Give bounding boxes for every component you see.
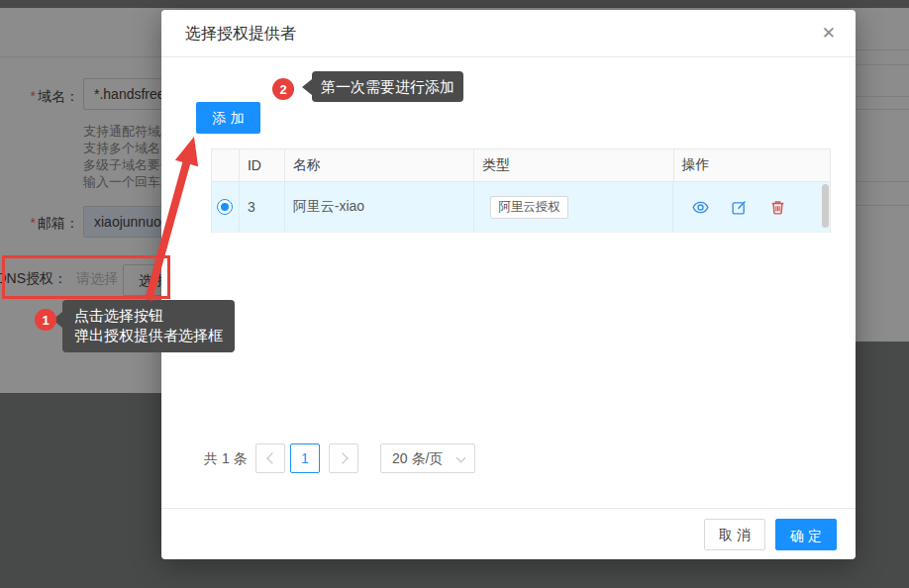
table-header-row: ID 名称 类型 操作 bbox=[212, 149, 830, 182]
column-header-name: 名称 bbox=[285, 149, 474, 181]
dialog-header: 选择授权提供者 ✕ bbox=[161, 10, 856, 57]
radio-dot bbox=[221, 203, 229, 211]
screenshot-stage: *域名： *.handsfree 支持通配符域名 支持多个域名、 多级子域名要分… bbox=[0, 0, 909, 588]
edit-icon[interactable] bbox=[731, 199, 748, 216]
row-name-cell: 阿里云-xiao bbox=[285, 182, 474, 232]
view-icon[interactable] bbox=[692, 199, 709, 216]
type-tag: 阿里云授权 bbox=[490, 196, 568, 219]
column-header-actions: 操作 bbox=[674, 149, 830, 181]
pagination-total: 共 1 条 bbox=[204, 443, 248, 473]
provider-table: ID 名称 类型 操作 3 阿里云-xiao 阿里云授权 bbox=[211, 148, 831, 233]
page-size-select[interactable]: 20 条/页 bbox=[380, 443, 475, 473]
pagination-prev-button[interactable] bbox=[255, 443, 285, 473]
step1-line1: 点击选择按钮 bbox=[74, 306, 223, 326]
column-header-type: 类型 bbox=[474, 149, 673, 181]
radio-selected[interactable] bbox=[217, 199, 233, 215]
dialog-footer: 取 消 确 定 bbox=[161, 508, 856, 559]
tooltip-arrow-left bbox=[302, 79, 312, 95]
row-id-cell: 3 bbox=[240, 182, 285, 232]
cancel-button[interactable]: 取 消 bbox=[704, 519, 765, 550]
step1-badge: 1 bbox=[35, 309, 56, 331]
pagination-next-button[interactable] bbox=[329, 443, 358, 473]
annotation-highlight-rect bbox=[2, 255, 170, 299]
dialog-title: 选择授权提供者 bbox=[185, 24, 296, 45]
close-icon[interactable]: ✕ bbox=[822, 24, 836, 44]
chevron-left-icon bbox=[266, 452, 277, 463]
table-row[interactable]: 3 阿里云-xiao 阿里云授权 bbox=[212, 182, 830, 233]
select-auth-provider-dialog: 选择授权提供者 ✕ 添 加 ID 名称 类型 操作 3 阿里云-xiao 阿里云… bbox=[161, 10, 856, 559]
step2-tooltip: 第一次需要进行添加 bbox=[312, 71, 463, 102]
table-scrollbar[interactable] bbox=[822, 184, 829, 228]
chevron-down-icon bbox=[456, 453, 466, 463]
row-radio-cell bbox=[212, 182, 240, 232]
radio-column-header bbox=[212, 149, 240, 181]
step1-line2: 弹出授权提供者选择框 bbox=[74, 326, 223, 345]
pagination-page-1[interactable]: 1 bbox=[290, 443, 320, 473]
step2-badge: 2 bbox=[272, 78, 294, 100]
page-size-value: 20 条/页 bbox=[392, 450, 443, 466]
step1-tooltip: 点击选择按钮 弹出授权提供者选择框 bbox=[62, 300, 235, 352]
ok-button[interactable]: 确 定 bbox=[775, 519, 837, 550]
column-header-id: ID bbox=[240, 149, 285, 181]
row-actions-cell bbox=[673, 182, 830, 232]
chevron-right-icon bbox=[337, 452, 348, 463]
delete-icon[interactable] bbox=[769, 199, 786, 216]
add-button[interactable]: 添 加 bbox=[196, 102, 260, 134]
row-type-cell: 阿里云授权 bbox=[474, 182, 673, 232]
